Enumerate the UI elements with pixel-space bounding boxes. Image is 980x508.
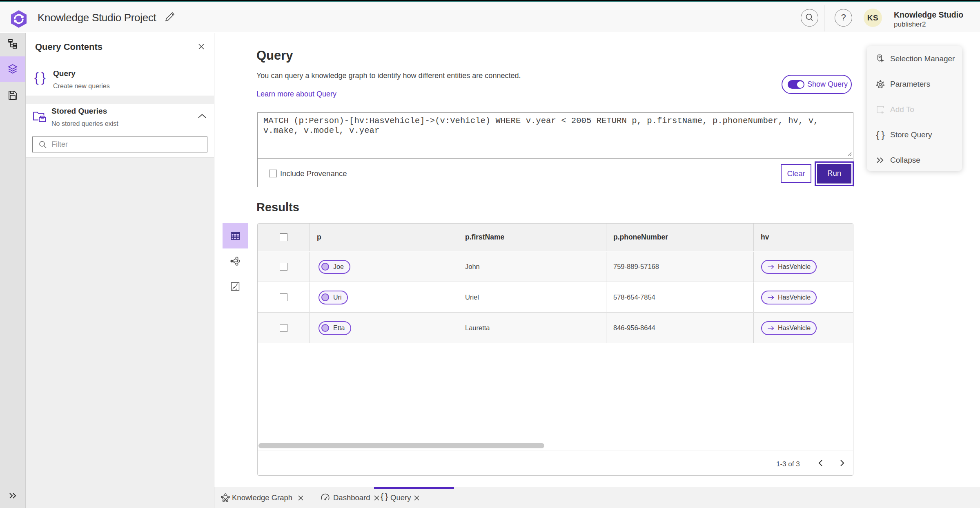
svg-text:?: ? <box>841 12 846 22</box>
